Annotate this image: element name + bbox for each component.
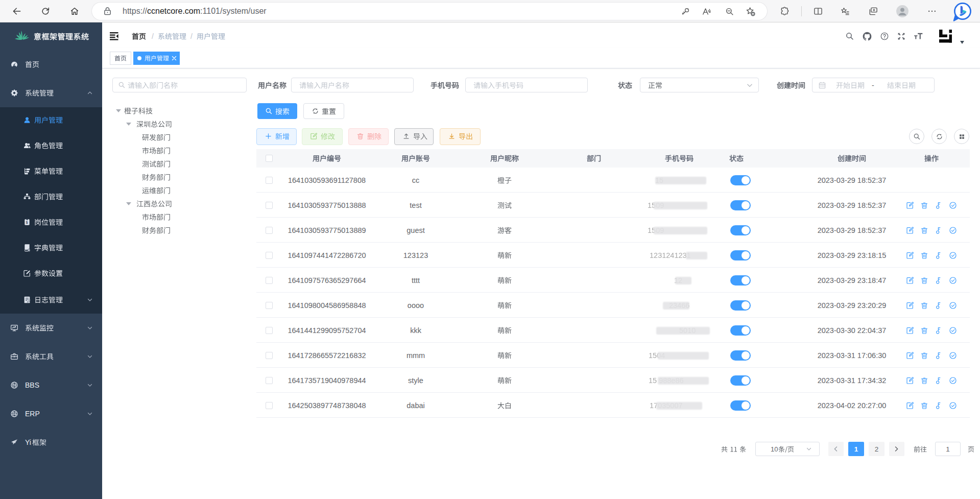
svg-text:$: $	[26, 221, 28, 225]
